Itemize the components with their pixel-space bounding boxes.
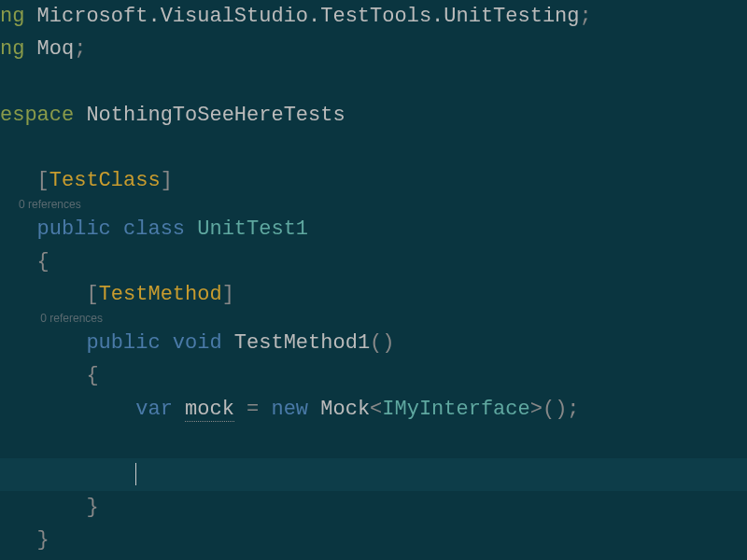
testmethod-attribute: TestMethod xyxy=(99,283,222,306)
brace-open: { xyxy=(37,250,49,273)
blank-line[interactable] xyxy=(0,65,747,98)
semicolon: ; xyxy=(74,37,86,61)
void-keyword: void xyxy=(161,331,234,355)
namespace-keyword: espace xyxy=(0,104,74,127)
code-line[interactable]: ng Moq; xyxy=(0,33,747,65)
text-cursor xyxy=(135,463,136,485)
public-keyword: public xyxy=(37,217,111,241)
unused-var-underline: mock xyxy=(185,398,234,422)
namespace-ref: Microsoft.VisualStudio.TestTools.UnitTes… xyxy=(24,5,579,28)
parentheses: () xyxy=(370,331,394,355)
new-keyword: new xyxy=(271,398,308,421)
codelens-references[interactable]: 0 references xyxy=(0,311,747,327)
namespace-ref: Moq xyxy=(24,37,74,61)
class-name: UnitTest1 xyxy=(197,217,308,241)
bracket-open: [ xyxy=(37,169,49,192)
code-line[interactable]: public class UnitTest1 xyxy=(0,213,747,245)
code-line[interactable]: espace NothingToSeeHereTests xyxy=(0,99,747,132)
bracket-close: ] xyxy=(222,283,234,306)
class-keyword: class xyxy=(111,217,197,241)
variable-name: mock xyxy=(173,398,234,422)
current-line[interactable] xyxy=(0,458,747,491)
brace-close: } xyxy=(86,496,98,519)
bracket-open: [ xyxy=(86,283,98,306)
public-keyword: public xyxy=(86,331,160,355)
namespace-name: NothingToSeeHereTests xyxy=(74,104,345,127)
blank-line[interactable] xyxy=(0,132,747,164)
using-keyword: ng xyxy=(0,37,24,61)
testclass-attribute: TestClass xyxy=(49,169,161,192)
equals: = xyxy=(234,398,272,421)
method-name: TestMethod1 xyxy=(234,331,370,355)
interface-name: IMyInterface xyxy=(382,398,529,421)
code-editor[interactable]: ng Microsoft.VisualStudio.TestTools.Unit… xyxy=(0,0,747,557)
blank-line[interactable] xyxy=(0,426,747,458)
code-line[interactable]: [TestMethod] xyxy=(0,278,747,311)
semicolon: ; xyxy=(580,5,592,28)
angle-open: < xyxy=(370,398,382,421)
using-keyword: ng xyxy=(0,5,24,28)
code-line[interactable]: [TestClass] xyxy=(0,164,747,197)
codelens-references[interactable]: 0 references xyxy=(0,197,747,213)
code-line[interactable]: public void TestMethod1() xyxy=(0,327,747,359)
code-line[interactable]: var mock = new Mock<IMyInterface>(); xyxy=(0,393,747,426)
var-keyword: var xyxy=(135,398,173,421)
code-line[interactable]: { xyxy=(0,359,747,392)
code-line[interactable]: } xyxy=(0,524,747,556)
brace-open: { xyxy=(86,364,98,387)
brace-close: } xyxy=(37,528,49,552)
code-line[interactable]: ng Microsoft.VisualStudio.TestTools.Unit… xyxy=(0,0,747,33)
angle-close: > xyxy=(530,398,543,421)
call-parens: (); xyxy=(543,398,580,421)
code-line[interactable]: { xyxy=(0,245,747,278)
bracket-close: ] xyxy=(161,169,173,192)
mock-type: Mock xyxy=(308,398,370,421)
code-line[interactable]: } xyxy=(0,491,747,524)
